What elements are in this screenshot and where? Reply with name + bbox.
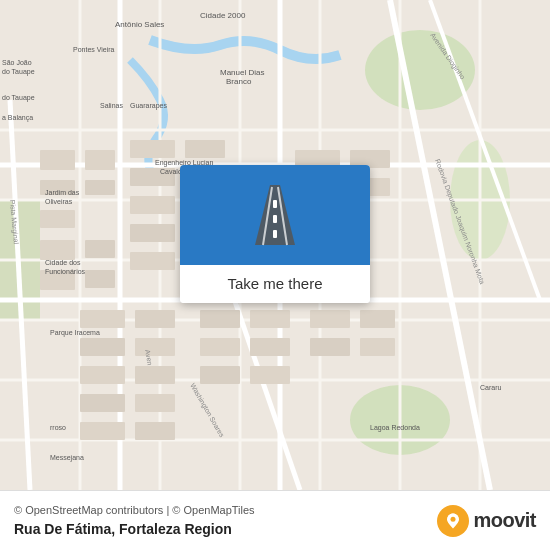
svg-rect-102	[273, 230, 277, 238]
svg-rect-51	[135, 310, 175, 328]
svg-text:rroso: rroso	[50, 424, 66, 431]
svg-text:Cararu: Cararu	[480, 384, 502, 391]
svg-text:do Tauape: do Tauape	[2, 68, 35, 76]
svg-rect-56	[80, 394, 125, 412]
road-icon	[235, 175, 315, 255]
location-label: Rua De Fátima, Fortaleza Region	[14, 521, 255, 537]
svg-text:Parque Iracema: Parque Iracema	[50, 329, 100, 337]
svg-rect-66	[310, 310, 350, 328]
svg-text:Cidade 2000: Cidade 2000	[200, 11, 246, 20]
svg-rect-36	[185, 140, 225, 158]
svg-text:Salinas: Salinas	[100, 102, 123, 109]
svg-rect-53	[135, 338, 175, 356]
bottom-info: © OpenStreetMap contributors | © OpenMap…	[14, 505, 255, 537]
svg-rect-61	[250, 310, 290, 328]
moovit-brand-label: moovit	[473, 509, 536, 532]
cta-card: Take me there	[180, 165, 370, 303]
svg-rect-30	[85, 180, 115, 195]
svg-rect-39	[130, 196, 175, 214]
svg-text:Manuel Dias: Manuel Dias	[220, 68, 264, 77]
svg-rect-29	[40, 210, 75, 228]
svg-rect-43	[130, 252, 175, 270]
svg-rect-68	[310, 338, 350, 356]
svg-rect-58	[80, 422, 125, 440]
moovit-logo-icon	[437, 505, 469, 537]
bottom-bar: © OpenStreetMap contributors | © OpenMap…	[0, 490, 550, 550]
svg-rect-63	[250, 338, 290, 356]
svg-rect-50	[80, 310, 125, 328]
moovit-pin-icon	[443, 511, 463, 531]
svg-rect-26	[40, 150, 75, 170]
svg-rect-62	[200, 338, 240, 356]
svg-rect-35	[130, 140, 175, 158]
svg-text:Jardim das: Jardim das	[45, 189, 80, 196]
moovit-logo: moovit	[437, 505, 536, 537]
svg-text:Messejana: Messejana	[50, 454, 84, 462]
svg-text:Guararapes: Guararapes	[130, 102, 167, 110]
svg-text:Branco: Branco	[226, 77, 252, 86]
svg-rect-54	[80, 366, 125, 384]
svg-text:Lagoa Redonda: Lagoa Redonda	[370, 424, 420, 432]
map-view[interactable]: Antônio Sales Cidade 2000 Manuel Dias Br…	[0, 0, 550, 490]
svg-rect-27	[85, 150, 115, 170]
svg-rect-69	[360, 338, 395, 356]
svg-rect-103	[273, 215, 277, 223]
svg-rect-34	[85, 270, 115, 288]
svg-text:São João: São João	[2, 59, 32, 66]
svg-rect-59	[135, 422, 175, 440]
svg-text:Cidade dos: Cidade dos	[45, 259, 81, 266]
svg-rect-57	[135, 394, 175, 412]
svg-text:a Balança: a Balança	[2, 114, 33, 122]
svg-rect-55	[135, 366, 175, 384]
svg-rect-60	[200, 310, 240, 328]
svg-rect-52	[80, 338, 125, 356]
take-me-there-button[interactable]: Take me there	[180, 265, 370, 303]
svg-rect-67	[360, 310, 395, 328]
svg-text:Pontes Vieira: Pontes Vieira	[73, 46, 115, 53]
svg-text:do Tauape: do Tauape	[2, 94, 35, 102]
svg-rect-65	[250, 366, 290, 384]
cta-card-header	[180, 165, 370, 265]
svg-rect-64	[200, 366, 240, 384]
svg-rect-31	[40, 240, 75, 260]
svg-rect-104	[273, 200, 277, 208]
svg-text:Antônio Sales: Antônio Sales	[115, 20, 164, 29]
svg-rect-41	[130, 224, 175, 242]
svg-point-108	[451, 516, 456, 521]
cta-button-label: Take me there	[227, 275, 322, 292]
svg-rect-32	[85, 240, 115, 258]
svg-text:Funcionários: Funcionários	[45, 268, 86, 275]
svg-text:Oliveiras: Oliveiras	[45, 198, 73, 205]
attribution-text: © OpenStreetMap contributors | © OpenMap…	[14, 505, 255, 516]
